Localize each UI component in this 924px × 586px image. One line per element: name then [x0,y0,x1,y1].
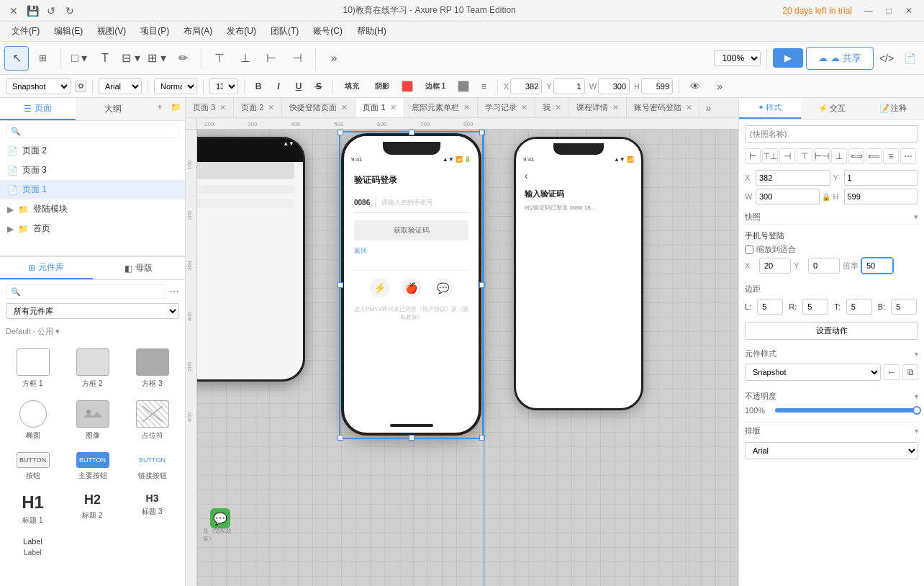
l-input[interactable] [757,299,783,315]
insert-left[interactable]: ⊢ [259,46,284,71]
connect-tool[interactable]: ⊞ [30,46,55,71]
minimize-btn[interactable]: — [861,3,877,19]
tab-close[interactable]: ✕ [612,103,619,112]
x-scale-input[interactable] [759,258,791,274]
comp-item-box2[interactable]: 方框 2 [65,346,119,392]
comp-item-circle[interactable]: 椭圆 [6,397,60,443]
comp-item-box1[interactable]: 方框 1 [6,346,60,392]
tab-me[interactable]: 我 ✕ [535,98,569,118]
tab-page1[interactable]: 页面 1 ✕ [355,98,404,118]
comp-item-image[interactable]: 图像 [65,397,119,443]
canvas-main[interactable]: ●●● ▲▼ [197,130,738,586]
menu-layout[interactable]: 布局(A) [178,24,218,39]
strike-btn[interactable]: S̶ [311,78,327,94]
get-code-btn[interactable]: 获取验证码 [354,220,468,240]
list-item-active[interactable]: 📄 页面 1 [0,180,185,199]
border-btn[interactable]: 边框 1 [420,78,451,94]
comp-item-primary-btn[interactable]: BUTTON 主要按钮 [65,449,119,484]
style-select[interactable]: Normal [154,78,197,94]
shadow-color-btn[interactable] [399,78,415,94]
set-action-button[interactable]: 设置动作 [745,322,918,340]
fit-checkbox[interactable] [745,245,753,254]
redo-btn[interactable]: ↻ [63,4,76,17]
style-dropdown[interactable]: Snapshot [745,364,881,381]
pages-search-input[interactable] [6,124,179,138]
menu-help[interactable]: 帮助(H) [351,24,392,39]
comp-library-select[interactable]: 所有元件库 [6,303,179,319]
scale-rate-input[interactable] [861,258,893,274]
x-input[interactable] [510,78,542,94]
w-input[interactable] [598,78,630,94]
t-input[interactable] [846,299,872,315]
menu-view[interactable]: 视图(V) [91,24,132,39]
tab-close[interactable]: ✕ [463,103,470,112]
comp-item-h3[interactable]: H3 标题 3 [125,490,179,528]
comp-item-btn[interactable]: BUTTON 按钮 [6,449,60,484]
tab-close[interactable]: ✕ [521,103,527,112]
w-prop-input[interactable] [756,189,820,204]
tab-bottom-nav[interactable]: 底部元素单栏 ✕ [404,98,478,118]
close-window-btn[interactable]: ✕ [901,3,917,19]
insert-right[interactable]: ⊣ [285,46,309,71]
underline-btn[interactable]: U [291,78,307,94]
comp-item-placeholder[interactable]: 占位符 [125,397,179,443]
pen-tool[interactable]: ✏ [171,46,195,71]
y-scale-input[interactable] [808,258,840,274]
tab-page3[interactable]: 页面 3 ✕ [186,98,234,118]
align-bottom-btn[interactable]: ⊥ [831,148,847,164]
b-input[interactable] [891,299,917,315]
tab-outline[interactable]: 大纲 [76,98,151,120]
undo-btn[interactable]: ↺ [45,4,58,17]
doc-btn[interactable]: 📄 [900,48,920,68]
tab-course-detail[interactable]: 课程详情 ✕ [569,98,627,118]
border-color-btn[interactable] [456,78,471,94]
dist-v-btn[interactable]: ⟸ [866,148,882,164]
page-folder-btn[interactable]: 📁 [169,101,182,114]
style-copy-btn[interactable]: ⧉ [902,364,918,380]
snapshot-section-title[interactable]: 快照 ▾ [745,209,918,225]
tab-close[interactable]: ✕ [555,103,561,112]
bold-btn[interactable]: B [250,78,266,94]
font-select[interactable]: Arial [99,78,142,94]
right-font-select[interactable]: Arial [745,442,918,459]
more-align-btn[interactable]: ⋯ [900,148,916,164]
opacity-slider[interactable] [775,408,918,413]
tab-quick-login[interactable]: 快捷登陆页面 ✕ [282,98,355,118]
align-right-btn[interactable]: ⊣ [779,148,795,164]
list-item[interactable]: 📄 页面 2 [0,141,185,161]
snapshot-options-btn[interactable]: ⚙ [75,81,86,92]
grid-tool[interactable]: ⊞ ▾ [145,46,169,71]
comp-item-box3[interactable]: 方框 3 [125,346,179,392]
y-input[interactable] [553,78,585,94]
menu-publish[interactable]: 发布(U) [221,24,262,39]
share-button[interactable]: ☁ ☁ 共享 [806,47,874,70]
menu-account[interactable]: 账号(C) [307,24,348,39]
more-tools[interactable]: » [322,46,346,71]
snapshot-name-input[interactable] [745,125,918,143]
comp-search-input[interactable] [6,284,166,299]
menu-project[interactable]: 项目(P) [135,24,175,39]
italic-btn[interactable]: I [271,78,286,94]
align-left-btn[interactable]: ⊢ [745,148,761,164]
tab-close[interactable]: ✕ [341,103,348,112]
style-prev-btn[interactable]: ← [884,364,900,380]
tab-close[interactable]: ✕ [686,103,692,112]
select-tool[interactable]: ↖ [4,46,29,71]
zoom-select[interactable]: 100% 75% 50% 150% [714,50,761,66]
list-item[interactable]: ▶ 📁 首页 [0,219,185,238]
dist-more-btn[interactable]: ≡ [883,148,899,164]
tab-masters[interactable]: ◧ 母版 [93,257,186,279]
insert-top[interactable]: ⊤ [207,46,232,71]
tab-close[interactable]: ✕ [268,103,274,112]
menu-team[interactable]: 团队(T) [265,24,304,39]
h-input[interactable] [641,78,673,94]
align-top-btn[interactable]: ⊤ [797,148,812,164]
rect-tool[interactable]: □ ▾ [67,46,91,71]
lightning-icon[interactable]: ⚡ [370,278,390,298]
comp-item-link-btn[interactable]: BUTTON 链接按钮 [125,449,179,484]
input-tool[interactable]: ⊟ ▾ [119,46,143,71]
x-prop-input[interactable] [756,170,830,186]
h-prop-input[interactable] [844,189,919,204]
y-prop-input[interactable] [844,170,919,186]
comp-item-h1[interactable]: H1 标题 1 [6,490,60,528]
